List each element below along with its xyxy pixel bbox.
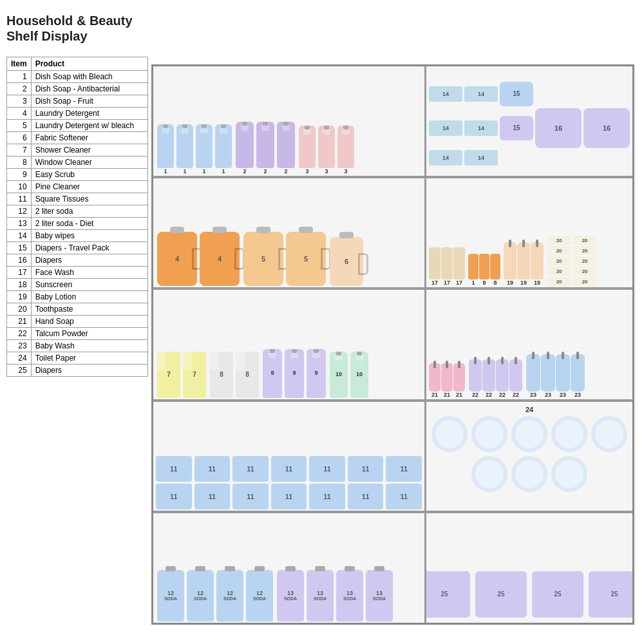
product-11n: 11 <box>386 484 422 509</box>
shelf-right-4: 24 <box>426 402 632 511</box>
product-14f: 14 <box>464 150 498 166</box>
product-11g: 11 <box>386 456 422 482</box>
product-2c: 2 <box>277 122 295 175</box>
product-1a: 1 <box>157 124 174 175</box>
product-5b: 5 <box>286 232 326 286</box>
product-24a <box>431 416 468 452</box>
legend-row: 19Baby Lotion <box>7 291 148 303</box>
product-7b: 7 <box>183 352 206 398</box>
product-11e: 11 <box>309 456 345 482</box>
product-24b <box>471 416 507 452</box>
product-11c: 11 <box>232 456 269 482</box>
product-11f: 11 <box>348 456 384 482</box>
legend-row: 8Window Cleaner <box>7 156 148 169</box>
product-11i: 11 <box>194 484 231 509</box>
legend-row: 3Dish Soap - Fruit <box>7 95 148 108</box>
product-3a: 3 <box>299 126 316 175</box>
shelf-left-1: 1 1 1 1 2 <box>153 66 426 176</box>
legend-row: 17Face Wash <box>7 267 148 279</box>
shelf-row-1: 1 1 1 1 2 <box>153 66 632 178</box>
legend-row: 11Square Tissues <box>7 193 148 205</box>
shelf-right-1: 14 14 15 14 14 15 16 16 14 14 <box>426 66 632 176</box>
product-4a: 4 <box>157 232 197 286</box>
legend-row: 25Diapers <box>7 365 148 377</box>
page-title: Household & Beauty Shelf Display <box>6 13 142 44</box>
product-7a: 7 <box>157 352 180 398</box>
product-25a: 25 <box>426 571 470 618</box>
legend-row: 7Shower Cleaner <box>7 144 148 156</box>
product-24d <box>551 416 587 452</box>
legend-row: 22Talcum Powder <box>7 328 148 340</box>
product-15b: 15 <box>500 116 533 140</box>
product-13d: 13 SODA <box>366 570 393 621</box>
legend-row: 9Easy Scrub <box>7 169 148 181</box>
product-14a: 14 <box>429 86 462 102</box>
legend-row: 15Diapers - Travel Pack <box>7 242 148 254</box>
product-8b: 8 <box>236 352 259 398</box>
legend-row: 24Toilet Paper <box>7 352 148 365</box>
product-15a: 15 <box>500 82 533 106</box>
product-23-group: 23 23 23 23 <box>526 354 585 398</box>
legend-row: 16Diapers <box>7 254 148 267</box>
legend-row: 14Baby wipes <box>7 230 148 242</box>
product-16b: 16 <box>583 108 630 148</box>
shelf-right-2: 17 17 17 1 <box>426 178 632 288</box>
legend-row: 20Toothpaste <box>7 303 148 316</box>
shelf-display: 1 1 1 1 2 <box>151 64 634 625</box>
product-4b: 4 <box>200 232 240 286</box>
product-11j: 11 <box>232 484 269 509</box>
product-24c <box>511 416 547 452</box>
legend-row: 6Fabric Softener <box>7 132 148 144</box>
product-3c: 3 <box>337 126 354 175</box>
product-1b: 1 <box>176 124 193 175</box>
product-11b: 11 <box>194 456 231 482</box>
product-11h: 11 <box>156 484 192 509</box>
legend-row: 2Dish Soap - Antibacterial <box>7 83 148 95</box>
product-12b: 12 SODA <box>187 570 214 621</box>
product-1d: 1 <box>215 124 232 175</box>
product-20-group2: 20 20 20 20 20 <box>573 236 596 286</box>
legend-row: 18Sunscreen <box>7 279 148 291</box>
product-1c: 1 <box>196 124 213 175</box>
product-24h <box>551 456 587 492</box>
legend-row: 23Baby Wash <box>7 340 148 352</box>
product-25c: 25 <box>532 571 583 618</box>
legend-row: 132 liter soda - Diet <box>7 218 148 230</box>
product-9c: 9 <box>307 349 326 398</box>
product-16a: 16 <box>535 108 582 148</box>
product-10b: 10 <box>350 352 368 398</box>
product-14d: 14 <box>464 120 498 136</box>
shelf-left-5: 12 SODA 12 SODA 12 SODA <box>153 513 426 623</box>
product-24-label: 24 <box>526 406 533 413</box>
product-14e: 14 <box>429 150 462 166</box>
shelf-left-4: 11 11 11 11 11 11 11 11 11 11 11 11 <box>153 402 426 511</box>
legend-row: 1Dish Soap with Bleach <box>7 71 148 83</box>
product-12c: 12 SODA <box>216 570 243 621</box>
legend-table: Item Product 1Dish Soap with Bleach2Dish… <box>6 57 148 377</box>
product-11a: 11 <box>156 456 192 482</box>
product-12a: 12 SODA <box>157 570 184 621</box>
legend-row: 122 liter soda <box>7 205 148 218</box>
legend-row: 21Hand Soap <box>7 316 148 328</box>
product-24g <box>511 456 547 492</box>
product-6: 6 <box>330 237 363 286</box>
product-2a: 2 <box>236 122 254 175</box>
legend-row: 10Pine Cleaner <box>7 181 148 193</box>
shelf-left-3: 7 7 8 8 9 9 9 <box>153 290 426 399</box>
product-3b: 3 <box>318 126 335 175</box>
product-24f <box>471 456 507 492</box>
product-17-group: 17 17 17 <box>429 247 465 286</box>
product-14c: 14 <box>429 120 462 136</box>
product-18-group: 1 8 8 <box>468 254 500 286</box>
product-8a: 8 <box>210 352 233 398</box>
product-2b: 2 <box>256 122 274 175</box>
left-panel: Household & Beauty Shelf Display Item Pr… <box>0 0 148 644</box>
product-22-group: 22 22 22 22 <box>469 359 522 398</box>
shelf-row-5: 12 SODA 12 SODA 12 SODA <box>153 513 632 623</box>
product-13c: 13 SODA <box>336 570 363 621</box>
shelf-right-5: 25 25 25 25 <box>426 513 632 623</box>
product-25d: 25 <box>589 571 632 618</box>
product-24e <box>591 416 627 452</box>
product-10a: 10 <box>330 352 348 398</box>
product-11k: 11 <box>271 484 307 509</box>
